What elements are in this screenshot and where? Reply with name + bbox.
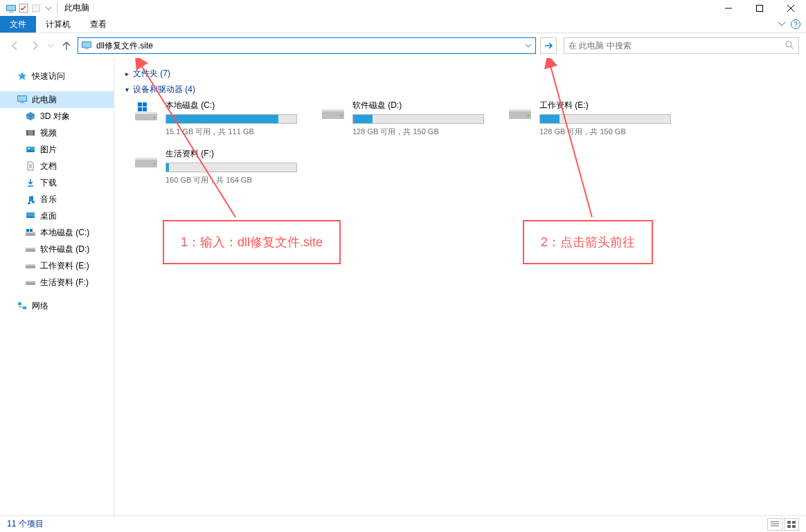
- drive-item[interactable]: 本地磁盘 (C:)15.1 GB 可用，共 111 GB: [132, 100, 292, 137]
- svg-rect-64: [792, 525, 796, 528]
- drive-icon: [25, 227, 36, 238]
- search-icon[interactable]: [785, 40, 794, 52]
- chevron-down-icon: ▾: [125, 86, 129, 93]
- sidebar-drive-f[interactable]: 生活资料 (F:): [0, 274, 114, 291]
- address-bar[interactable]: [78, 37, 536, 54]
- sidebar-drive-d[interactable]: 软件磁盘 (D:): [0, 241, 114, 257]
- drive-name: 软件磁盘 (D:): [352, 100, 484, 111]
- back-button[interactable]: [7, 37, 24, 54]
- svg-rect-2: [9, 12, 13, 12]
- sidebar-label: 本地磁盘 (C:): [40, 227, 89, 239]
- status-item-count: 11 个项目: [7, 518, 44, 530]
- drive-item[interactable]: 软件磁盘 (D:)128 GB 可用，共 150 GB: [319, 100, 478, 137]
- search-box[interactable]: [564, 37, 799, 54]
- close-button[interactable]: [775, 0, 806, 16]
- svg-rect-4: [33, 5, 39, 12]
- qat-chevron-icon[interactable]: [43, 3, 54, 14]
- ribbon-tabs: 文件 计算机 查看 ?: [0, 16, 806, 33]
- help-icon[interactable]: ?: [791, 19, 800, 29]
- svg-rect-31: [30, 229, 33, 232]
- view-icons-button[interactable]: [784, 518, 799, 531]
- sidebar-drive-c[interactable]: 本地磁盘 (C:): [0, 224, 114, 241]
- sidebar-this-pc[interactable]: 此电脑: [0, 91, 114, 108]
- sidebar-documents[interactable]: 文档: [0, 158, 114, 174]
- svg-rect-6: [756, 5, 762, 11]
- sidebar-label: 音乐: [40, 194, 57, 205]
- sidebar-label: 图片: [40, 144, 57, 156]
- sidebar-network[interactable]: 网络: [0, 297, 114, 314]
- svg-point-55: [154, 163, 155, 165]
- sidebar-label: 此电脑: [32, 94, 57, 106]
- forward-button[interactable]: [26, 37, 43, 54]
- chevron-right-icon: ▸: [125, 70, 129, 77]
- up-button[interactable]: [58, 37, 75, 54]
- drive-capacity-bar: [352, 114, 484, 124]
- sidebar-music[interactable]: 音乐: [0, 191, 114, 208]
- drive-capacity-bar: [539, 114, 671, 124]
- sidebar-downloads[interactable]: 下载: [0, 174, 114, 191]
- drive-icon: [25, 244, 36, 255]
- ribbon-expand-icon[interactable]: [778, 19, 785, 29]
- sidebar-quick-access[interactable]: 快速访问: [0, 68, 114, 84]
- group-folders[interactable]: ▸ 文件夹 (7): [125, 68, 799, 80]
- drive-item[interactable]: 工作资料 (E:)128 GB 可用，共 150 GB: [506, 100, 665, 137]
- drive-info: 160 GB 可用，共 164 GB: [165, 175, 297, 185]
- sidebar-3d-objects[interactable]: 3D 对象: [0, 108, 114, 125]
- tab-computer[interactable]: 计算机: [36, 16, 80, 33]
- svg-rect-54: [135, 158, 157, 160]
- network-icon: [17, 300, 28, 311]
- search-input[interactable]: [568, 41, 785, 51]
- sidebar-desktop[interactable]: 桌面: [0, 208, 114, 224]
- minimize-button[interactable]: [713, 0, 744, 16]
- svg-rect-63: [787, 525, 791, 528]
- svg-rect-43: [138, 102, 142, 107]
- sidebar-drive-e[interactable]: 工作资料 (E:): [0, 257, 114, 274]
- svg-rect-62: [792, 521, 796, 524]
- address-history-dropdown[interactable]: [523, 43, 534, 48]
- sidebar-label: 桌面: [40, 210, 57, 222]
- app-icon: [6, 3, 17, 14]
- qat-dropdown-icon[interactable]: [30, 3, 42, 14]
- svg-rect-35: [26, 264, 35, 266]
- drive-name: 本地磁盘 (C:): [165, 100, 297, 111]
- callout-2: 2：点击箭头前往: [523, 220, 653, 264]
- go-button[interactable]: [540, 37, 557, 54]
- svg-rect-46: [143, 107, 147, 111]
- svg-point-49: [341, 115, 342, 116]
- group-label: 设备和驱动器 (4): [133, 84, 195, 95]
- qat-properties-icon[interactable]: [18, 3, 29, 14]
- tab-view[interactable]: 查看: [80, 16, 116, 33]
- svg-rect-45: [138, 107, 142, 111]
- maximize-button[interactable]: [744, 0, 775, 16]
- svg-line-13: [791, 46, 794, 49]
- drive-capacity-bar: [165, 114, 297, 124]
- title-bar: 此电脑: [0, 0, 806, 16]
- navigation-bar: [0, 33, 806, 58]
- drive-item[interactable]: 生活资料 (F:)160 GB 可用，共 164 GB: [132, 148, 292, 185]
- svg-rect-16: [20, 102, 24, 103]
- window-title: 此电脑: [64, 2, 89, 14]
- svg-rect-15: [18, 96, 26, 101]
- sidebar-pictures[interactable]: 图片: [0, 141, 114, 158]
- svg-rect-18: [26, 130, 28, 136]
- svg-rect-33: [26, 248, 35, 249]
- star-icon: [17, 71, 28, 82]
- svg-rect-29: [26, 232, 35, 233]
- drive-info: 15.1 GB 可用，共 111 GB: [165, 127, 297, 137]
- sidebar-label: 软件磁盘 (D:): [40, 244, 89, 255]
- drive-icon: [506, 100, 534, 122]
- drive-icon: [25, 260, 36, 271]
- titlebar-separator: [57, 3, 57, 14]
- content-pane: ▸ 文件夹 (7) ▾ 设备和驱动器 (4) 本地磁盘 (C:)15.1 GB …: [114, 58, 806, 515]
- sidebar-label: 3D 对象: [40, 111, 70, 122]
- callout-1: 1：输入：dll修复文件.site: [163, 220, 341, 264]
- status-bar: 11 个项目: [0, 515, 806, 532]
- group-drives[interactable]: ▾ 设备和驱动器 (4): [125, 84, 799, 95]
- tab-file[interactable]: 文件: [0, 16, 36, 33]
- music-icon: [25, 194, 36, 205]
- view-details-button[interactable]: [767, 518, 782, 531]
- address-input[interactable]: [95, 41, 523, 51]
- group-label: 文件夹 (7): [133, 68, 170, 80]
- sidebar-video[interactable]: 视频: [0, 125, 114, 141]
- recent-dropdown-icon[interactable]: [46, 37, 55, 54]
